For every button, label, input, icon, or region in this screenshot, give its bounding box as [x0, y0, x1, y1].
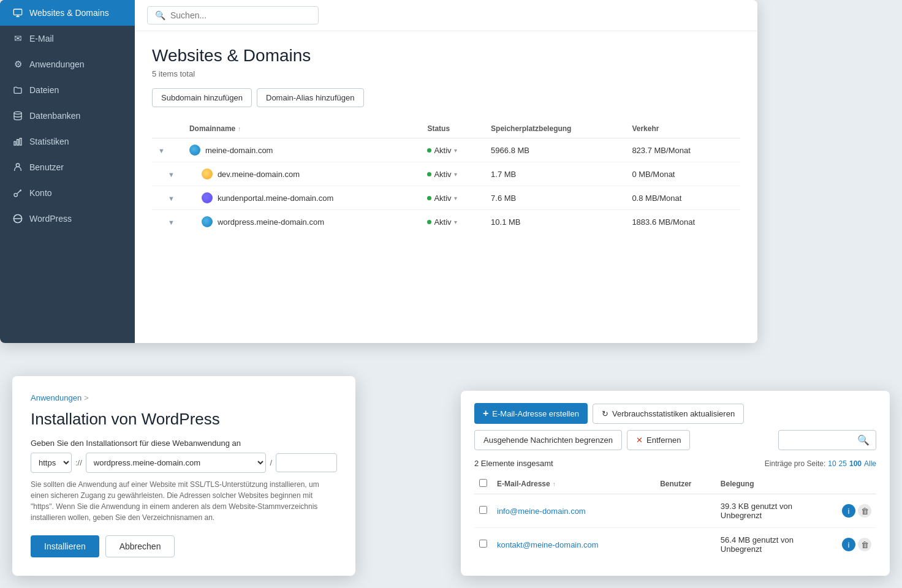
email-panel: + E-Mail-Adresse erstellen ↻ Verbrauchss… [461, 391, 890, 576]
wp-install-title: Installation von WordPress [31, 410, 337, 429]
database-icon [12, 110, 23, 121]
plus-icon: + [483, 408, 488, 419]
email-address-2[interactable]: kontakt@meine-domain.com [497, 540, 599, 549]
email-icon: ✉ [12, 33, 23, 44]
delete-icon-1[interactable]: 🗑 [858, 504, 871, 518]
svg-point-3 [14, 111, 21, 114]
sidebar-item-benutzer[interactable]: Benutzer [0, 154, 135, 180]
domain-globe-icon-sub3 [202, 216, 213, 227]
delete-icon-2[interactable]: 🗑 [858, 538, 871, 551]
email-user-1 [655, 494, 716, 528]
sidebar-label-websites-domains: Websites & Domains [29, 8, 109, 18]
status-badge-sub2: Aktiv ▾ [427, 194, 479, 203]
search-input[interactable] [170, 10, 311, 20]
table-row: ▼ dev.meine-domain.com Aktiv [152, 162, 740, 186]
sidebar: Websites & Domains ✉ E-Mail ⚙ Anwendunge… [0, 0, 135, 343]
sidebar-label-konto: Konto [29, 188, 52, 198]
sidebar-item-wordpress[interactable]: WordPress [0, 206, 135, 232]
domain-globe-icon-sub2 [202, 192, 213, 203]
email-top-buttons: + E-Mail-Adresse erstellen ↻ Verbrauchss… [474, 403, 876, 424]
email-search-box[interactable]: 🔍 [778, 430, 876, 450]
remove-button[interactable]: ✕ Entfernen [627, 430, 690, 450]
pagination-info: Einträge pro Seite: 10 25 100 Alle [765, 459, 876, 468]
url-separator-2: / [268, 458, 273, 467]
pagination-25[interactable]: 25 [839, 459, 847, 468]
email-address-1[interactable]: info@meine-domain.com [497, 507, 586, 516]
svg-rect-0 [13, 9, 21, 15]
info-icon-2[interactable]: i [842, 538, 855, 551]
email-row-2: kontakt@meine-domain.com 56.4 MB genutzt… [474, 528, 876, 562]
sidebar-item-statistiken[interactable]: Statistiken [0, 129, 135, 154]
protocol-select[interactable]: https http [31, 453, 72, 473]
svg-point-8 [14, 194, 17, 197]
expand-chevron-sub1[interactable]: ▼ [158, 171, 175, 178]
install-actions: Installieren Abbrechen [31, 535, 337, 557]
sidebar-item-websites-domains[interactable]: Websites & Domains [0, 0, 135, 26]
col-usage-header: Belegung [716, 474, 837, 494]
status-dot-sub1 [427, 172, 431, 176]
expand-chevron-main[interactable]: ▼ [158, 147, 165, 154]
pagination-label: Einträge pro Seite: [765, 459, 825, 468]
sort-icon-email: ↑ [553, 481, 556, 488]
table-row: ▼ meine-domain.com Aktiv [152, 138, 740, 162]
info-icon-1[interactable]: i [842, 504, 855, 518]
email-table: E-Mail-Adresse ↑ Benutzer Belegung info@… [474, 474, 876, 561]
sidebar-item-datenbanken[interactable]: Datenbanken [0, 103, 135, 129]
email-row-1-checkbox[interactable] [479, 506, 487, 514]
table-row: ▼ wordpress.meine-domain.com Aktiv [152, 210, 740, 234]
select-all-checkbox[interactable] [479, 479, 487, 487]
add-subdomain-button[interactable]: Subdomain hinzufügen [152, 88, 252, 107]
email-row-2-checkbox[interactable] [479, 540, 487, 548]
search-box[interactable]: 🔍 [147, 6, 319, 24]
storage-cell-sub1: 1.7 MB [485, 162, 626, 186]
search-icon: 🔍 [857, 434, 870, 446]
breadcrumb-link[interactable]: Anwendungen [31, 393, 81, 402]
email-second-row: Ausgehende Nachrichten begrenzen ✕ Entfe… [474, 430, 876, 450]
domain-select[interactable]: wordpress.meine-domain.com meine-domain.… [86, 453, 267, 473]
breadcrumb: Anwendungen > [31, 393, 337, 402]
pagination-all[interactable]: Alle [864, 459, 876, 468]
pagination-10[interactable]: 10 [828, 459, 836, 468]
expand-chevron-sub2[interactable]: ▼ [158, 195, 175, 202]
sidebar-item-anwendungen[interactable]: ⚙ Anwendungen [0, 51, 135, 77]
cancel-button[interactable]: Abbrechen [105, 535, 175, 557]
pagination-100[interactable]: 100 [849, 459, 862, 468]
main-content-area: 🔍 Websites & Domains 5 items total Subdo… [135, 0, 757, 343]
status-dot-sub3 [427, 220, 431, 224]
url-path-input[interactable] [276, 453, 337, 472]
domain-name-cell-sub2: kundenportal.meine-domain.com [189, 192, 415, 203]
email-count: 2 Elemente insgesamt [474, 459, 553, 468]
url-separator-1: :// [74, 458, 83, 467]
monitor-icon [12, 7, 23, 18]
email-usage-2: 56.4 MB genutzt von Unbegrenzt [716, 528, 837, 562]
gear-icon: ⚙ [12, 59, 23, 70]
chart-icon [12, 136, 23, 147]
limit-outgoing-button[interactable]: Ausgehende Nachrichten begrenzen [474, 430, 622, 450]
sidebar-item-email[interactable]: ✉ E-Mail [0, 26, 135, 51]
create-email-button[interactable]: + E-Mail-Adresse erstellen [474, 403, 588, 424]
sidebar-label-statistiken: Statistiken [29, 137, 69, 146]
user-icon [12, 162, 23, 173]
key-icon [12, 187, 23, 198]
sidebar-item-konto[interactable]: Konto [0, 180, 135, 206]
table-row: ▼ kundenportal.meine-domain.com Aktiv [152, 186, 740, 210]
col-storage: Speicherplatzbelegung [485, 119, 626, 138]
domain-name-cell-sub3: wordpress.meine-domain.com [189, 216, 415, 227]
status-dot [427, 148, 431, 153]
email-usage-1: 39.3 KB genutzt von Unbegrenzt [716, 494, 837, 528]
email-user-2 [655, 528, 716, 562]
status-badge-sub1: Aktiv ▾ [427, 170, 479, 179]
content-area: Websites & Domains 5 items total Subdoma… [135, 31, 757, 343]
email-search-input[interactable] [785, 435, 854, 445]
sidebar-item-dateien[interactable]: Dateien [0, 77, 135, 103]
update-stats-button[interactable]: ↻ Verbrauchsstatistiken aktualisieren [593, 404, 744, 424]
install-button[interactable]: Installieren [31, 535, 99, 557]
search-icon: 🔍 [155, 10, 165, 20]
folder-icon [12, 85, 23, 96]
main-window: Websites & Domains ✉ E-Mail ⚙ Anwendunge… [0, 0, 757, 343]
add-domain-alias-button[interactable]: Domain-Alias hinzufügen [257, 88, 364, 107]
storage-cell-sub3: 10.1 MB [485, 210, 626, 234]
expand-chevron-sub3[interactable]: ▼ [158, 219, 175, 226]
wp-install-panel: Anwendungen > Installation von WordPress… [12, 376, 355, 576]
svg-rect-5 [17, 140, 19, 145]
